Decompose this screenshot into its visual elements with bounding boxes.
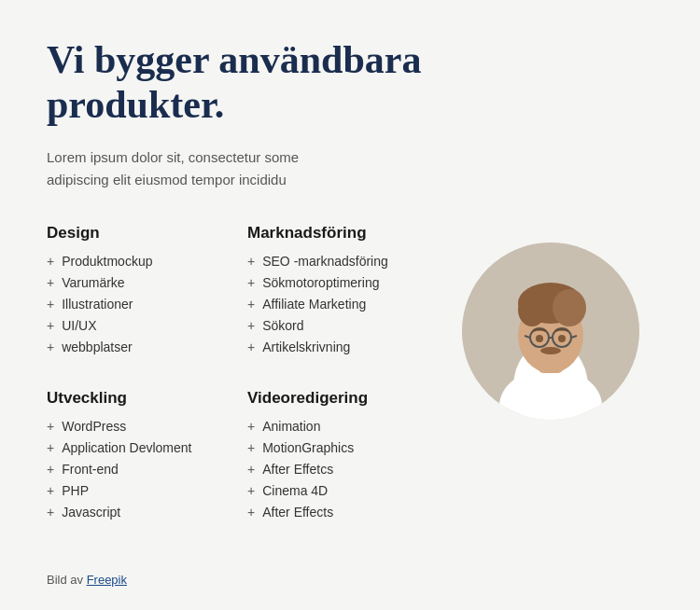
title-line2: produkter. <box>47 83 224 126</box>
list-item: +WordPress <box>47 419 247 434</box>
plus-icon: + <box>47 340 54 354</box>
list-item: +Animation <box>247 419 448 434</box>
list-item: +webbplatser <box>47 340 247 354</box>
list-item-label: Illustrationer <box>62 297 133 312</box>
plus-icon: + <box>247 463 255 476</box>
category-list-utveckling: +WordPress+Application Devloment+Front-e… <box>47 419 247 520</box>
list-item-label: Artikelskrivning <box>262 340 350 354</box>
list-item-label: webbplatser <box>62 340 133 354</box>
list-item: +Front-end <box>47 462 247 477</box>
category-design: Design+Produktmockup+Varumärke+Illustrat… <box>47 224 247 361</box>
plus-icon: + <box>247 319 255 332</box>
list-item-label: Front-end <box>62 462 119 477</box>
freepik-link[interactable]: Freepik <box>87 573 127 587</box>
page-title: Vi bygger användbara produkter. <box>47 37 653 128</box>
list-item: +MotionGraphics <box>247 440 448 455</box>
svg-point-6 <box>518 293 546 326</box>
list-item: +Affiliate Marketing <box>247 297 448 312</box>
list-item-label: After Effetcs <box>262 462 333 477</box>
plus-icon: + <box>247 340 255 354</box>
list-item: +Varumärke <box>47 275 247 290</box>
list-item: +After Effetcs <box>247 462 448 477</box>
category-list-videoredigering: +Animation+MotionGraphics+After Effetcs+… <box>247 419 448 520</box>
list-item: +Application Devloment <box>47 440 247 455</box>
subtitle-line2: adipiscing elit eiusmod tempor incididu <box>47 172 287 187</box>
list-item: +Javascript <box>47 505 247 520</box>
plus-icon: + <box>47 484 54 497</box>
list-item-label: Varumärke <box>62 275 124 290</box>
list-item-label: Sökord <box>262 318 303 333</box>
credit-text: Bild av <box>47 573 87 587</box>
lists-area: Design+Produktmockup+Varumärke+Illustrat… <box>47 224 448 554</box>
category-title-design: Design <box>47 224 247 243</box>
list-item-label: Sökmotoroptimering <box>262 275 379 290</box>
category-list-design: +Produktmockup+Varumärke+Illustrationer+… <box>47 254 247 354</box>
plus-icon: + <box>247 255 255 268</box>
list-item: +Sökmotoroptimering <box>247 275 448 290</box>
plus-icon: + <box>247 506 255 519</box>
list-item-label: Produktmockup <box>62 254 152 269</box>
categories-grid: Design+Produktmockup+Varumärke+Illustrat… <box>47 224 448 554</box>
category-title-utveckling: Utveckling <box>47 389 247 408</box>
plus-icon: + <box>247 298 255 311</box>
category-list-marknadsforing: +SEO -marknadsföring+Sökmotoroptimering+… <box>247 254 448 354</box>
list-item: +Sökord <box>247 318 448 333</box>
plus-icon: + <box>247 420 255 433</box>
list-item: +After Effects <box>247 505 448 520</box>
list-item-label: WordPress <box>62 419 126 434</box>
plus-icon: + <box>47 319 54 332</box>
plus-icon: + <box>47 441 54 454</box>
list-item: +Illustrationer <box>47 297 247 312</box>
plus-icon: + <box>247 484 255 497</box>
category-marknadsforing: Marknadsföring+SEO -marknadsföring+Sökmo… <box>247 224 448 361</box>
content-area: Design+Produktmockup+Varumärke+Illustrat… <box>47 224 653 554</box>
list-item: +Cinema 4D <box>247 483 448 498</box>
category-utveckling: Utveckling+WordPress+Application Devlome… <box>47 389 247 526</box>
footer-credit: Bild av Freepik <box>47 573 653 587</box>
svg-point-13 <box>536 335 543 342</box>
list-item-label: Javascript <box>62 505 120 520</box>
svg-point-14 <box>558 335 566 342</box>
plus-icon: + <box>247 441 255 454</box>
category-title-marknadsforing: Marknadsföring <box>247 224 448 243</box>
list-item-label: PHP <box>62 483 89 498</box>
hero-subtitle: Lorem ipsum dolor sit, consectetur some … <box>47 146 653 191</box>
list-item-label: UI/UX <box>62 318 96 333</box>
list-item-label: Affiliate Marketing <box>262 297 366 312</box>
svg-point-7 <box>553 289 586 326</box>
plus-icon: + <box>247 276 255 289</box>
list-item: +SEO -marknadsföring <box>247 254 448 269</box>
list-item-label: Animation <box>262 419 320 434</box>
list-item: +Produktmockup <box>47 254 247 269</box>
list-item-label: SEO -marknadsföring <box>262 254 388 269</box>
plus-icon: + <box>47 255 54 268</box>
plus-icon: + <box>47 506 54 519</box>
plus-icon: + <box>47 298 54 311</box>
list-item: +Artikelskrivning <box>247 340 448 354</box>
list-item-label: Cinema 4D <box>262 483 328 498</box>
list-item-label: MotionGraphics <box>262 440 354 455</box>
plus-icon: + <box>47 276 54 289</box>
person-image <box>462 243 639 420</box>
title-line1: Vi bygger användbara <box>47 38 421 81</box>
subtitle-line1: Lorem ipsum dolor sit, consectetur some <box>47 149 299 165</box>
list-item-label: Application Devloment <box>62 440 191 455</box>
image-area <box>448 224 653 554</box>
list-item: +UI/UX <box>47 318 247 333</box>
svg-point-15 <box>540 347 561 354</box>
list-item: +PHP <box>47 483 247 498</box>
list-item-label: After Effects <box>262 505 333 520</box>
category-videoredigering: Videoredigering+Animation+MotionGraphics… <box>247 389 448 526</box>
plus-icon: + <box>47 463 54 476</box>
category-title-videoredigering: Videoredigering <box>247 389 448 408</box>
plus-icon: + <box>47 420 54 433</box>
